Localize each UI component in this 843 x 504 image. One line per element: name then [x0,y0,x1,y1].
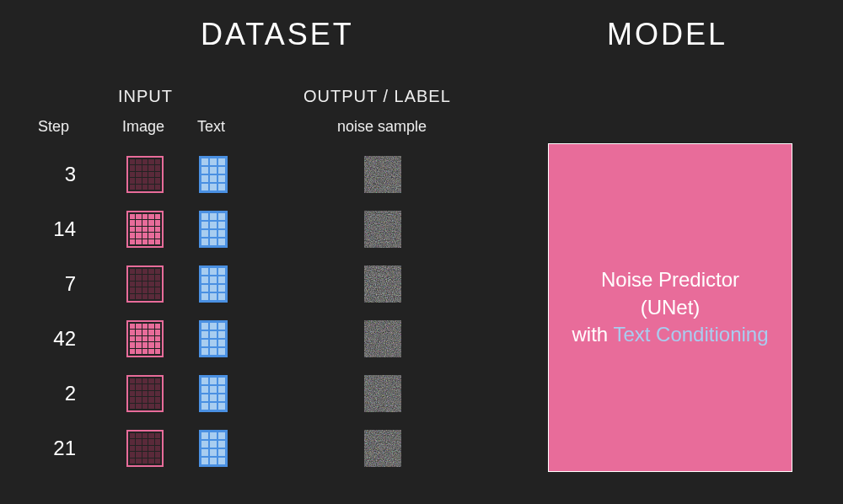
model-line1: Noise Predictor [601,268,739,291]
step-label: 14 [42,217,76,241]
step-label: 2 [42,382,76,405]
svg-rect-2 [364,265,401,303]
model-title: MODEL [607,17,728,52]
text-token [199,320,228,357]
noise-sample [364,211,401,248]
image-token [126,211,164,248]
step-label: 3 [42,163,76,186]
col-step: Step [38,118,69,136]
input-subheader: INPUT [118,87,173,106]
svg-rect-3 [364,320,401,357]
noise-sample [364,430,401,467]
text-token [199,156,228,193]
step-label: 42 [42,327,76,351]
model-line2: (UNet) [641,296,701,319]
dataset-title: DATASET [201,17,354,52]
col-text: Text [197,118,225,136]
image-token [126,156,164,193]
col-image: Image [122,118,164,136]
noise-sample [364,320,401,357]
text-token [199,211,228,248]
image-token [126,265,164,303]
text-token [199,375,228,412]
svg-rect-0 [364,156,401,193]
model-line3-pre: with [572,323,613,346]
step-label: 7 [42,272,76,296]
image-token [126,430,164,467]
noise-sample [364,265,401,303]
model-box: Noise Predictor (UNet) with Text Conditi… [548,143,792,472]
image-token [126,375,164,412]
noise-sample [364,156,401,193]
svg-rect-5 [364,430,401,467]
text-token [199,265,228,303]
output-subheader: OUTPUT / LABEL [303,87,451,106]
noise-sample [364,375,401,412]
text-token [199,430,228,467]
svg-rect-4 [364,375,401,412]
col-noise: noise sample [337,118,427,136]
svg-rect-1 [364,211,401,248]
image-token [126,320,164,357]
model-line3-link: Text Conditioning [613,323,768,346]
model-label: Noise Predictor (UNet) with Text Conditi… [572,266,768,348]
step-label: 21 [42,437,76,460]
